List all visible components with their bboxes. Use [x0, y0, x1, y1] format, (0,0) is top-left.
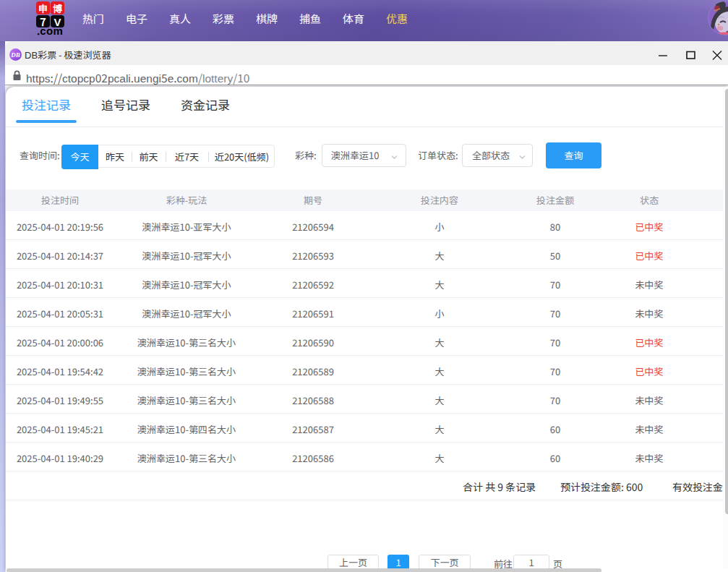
svg-text:DB: DB	[10, 51, 20, 59]
